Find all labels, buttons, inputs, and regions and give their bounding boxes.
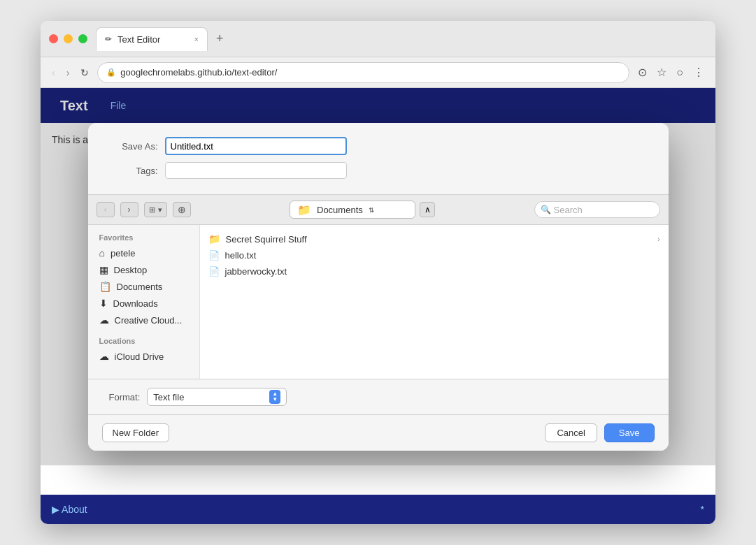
downloads-icon: ⬇: [99, 298, 108, 309]
forward-button[interactable]: ›: [64, 64, 73, 81]
dialog-overlay: Save As: Tags: ‹ › ⊞ ▾ ⊕: [41, 88, 715, 465]
save-as-label: Save As:: [109, 141, 158, 152]
creative-cloud-icon: ☁: [99, 314, 109, 326]
lock-icon: 🔒: [106, 68, 116, 77]
tags-label: Tags:: [109, 166, 158, 176]
search-icon: 🔍: [541, 205, 551, 215]
sidebar-item-petele[interactable]: ⌂ petele: [88, 245, 199, 261]
menu-button[interactable]: ⋮: [690, 63, 707, 82]
sidebar-item-documents-label: Documents: [117, 282, 163, 292]
format-value: Text file: [153, 392, 184, 402]
sidebar-item-documents[interactable]: 📋 Documents: [88, 278, 199, 295]
txt-file-icon: 📄: [208, 266, 220, 277]
dialog-footer: New Folder Cancel Save: [88, 414, 669, 451]
file-item-jabberwocky[interactable]: 📄 jabberwocky.txt: [200, 263, 669, 279]
format-label: Format:: [109, 392, 141, 402]
documents-icon: 📋: [99, 281, 111, 292]
tags-field: Tags:: [109, 162, 648, 179]
location-dropdown[interactable]: 📁 Documents ⇅: [290, 201, 415, 219]
url-text: googlechromelabs.github.io/text-editor/: [120, 67, 277, 78]
tab-icon: ✏: [105, 34, 112, 44]
search-box[interactable]: 🔍 Search: [534, 201, 660, 218]
address-bar: ‹ › ↻ 🔒 googlechromelabs.github.io/text-…: [41, 57, 715, 88]
expand-button[interactable]: ∧: [420, 202, 435, 217]
file-item-name: jabberwocky.txt: [225, 266, 287, 277]
new-folder-button[interactable]: New Folder: [102, 423, 169, 442]
location-selector: 📁 Documents ⇅ ∧: [197, 201, 529, 219]
back-button[interactable]: ‹: [49, 64, 58, 81]
sidebar-item-petele-label: petele: [110, 248, 135, 259]
txt-file-icon: 📄: [208, 250, 220, 261]
save-as-input[interactable]: [165, 137, 347, 155]
location-chevrons-icon: ⇅: [369, 206, 374, 214]
bookmark-button[interactable]: ☆: [654, 63, 669, 82]
dialog-format-bar: Format: Text file ▲ ▼: [88, 379, 669, 414]
file-sidebar: Favorites ⌂ petele ▦ Desktop 📋 Documents: [88, 225, 200, 379]
sidebar-item-downloads-label: Downloads: [113, 298, 158, 309]
browser-window: ✏ Text Editor × + ‹ › ↻ 🔒 googlechromela…: [41, 21, 715, 524]
view-grid-icon: ⊞: [149, 205, 155, 215]
tabs-area: ✏ Text Editor × +: [96, 27, 707, 51]
minimize-button[interactable]: [64, 34, 73, 43]
page-content: Text File This is a n Save As: Tags:: [41, 88, 715, 495]
save-as-field: Save As:: [109, 137, 648, 155]
sidebar-item-desktop[interactable]: ▦ Desktop: [88, 261, 199, 278]
toolbar-back-button[interactable]: ‹: [97, 202, 115, 217]
file-item-name: hello.txt: [225, 250, 257, 261]
tab-close-button[interactable]: ×: [194, 35, 199, 43]
refresh-button[interactable]: ↻: [78, 64, 92, 81]
spinner-down-icon: ▼: [272, 397, 278, 402]
save-dialog: Save As: Tags: ‹ › ⊞ ▾ ⊕: [88, 123, 669, 451]
url-bar[interactable]: 🔒 googlechromelabs.github.io/text-editor…: [97, 62, 629, 83]
view-toggle-button[interactable]: ⊞ ▾: [144, 202, 167, 217]
sidebar-item-icloud-label: iCloud Drive: [115, 351, 164, 362]
asterisk-indicator: *: [701, 504, 704, 515]
tags-input[interactable]: [165, 162, 347, 179]
profile-button[interactable]: ○: [673, 64, 686, 82]
sidebar-item-creative-cloud[interactable]: ☁ Creative Cloud...: [88, 312, 199, 328]
toolbar-forward-button[interactable]: ›: [120, 202, 138, 217]
maximize-button[interactable]: [78, 34, 87, 43]
close-button[interactable]: [49, 34, 58, 43]
account-icon-button[interactable]: ⊙: [635, 63, 650, 82]
dialog-toolbar: ‹ › ⊞ ▾ ⊕ 📁 Documents ⇅ ∧: [88, 194, 669, 225]
view-dropdown-icon: ▾: [158, 205, 162, 215]
search-placeholder-text: Search: [554, 205, 583, 215]
about-link[interactable]: ▶ About: [52, 504, 87, 515]
sidebar-item-creative-cloud-label: Creative Cloud...: [115, 315, 183, 326]
save-button[interactable]: Save: [604, 423, 655, 442]
sidebar-item-downloads[interactable]: ⬇ Downloads: [88, 295, 199, 312]
location-folder-icon: 📁: [297, 203, 311, 217]
locations-label: Locations: [88, 337, 199, 345]
tab-text-editor[interactable]: ✏ Text Editor ×: [96, 27, 208, 51]
file-item-secret-squirrel[interactable]: 📁 Secret Squirrel Stuff ›: [200, 231, 669, 247]
dialog-header: Save As: Tags:: [88, 123, 669, 194]
sidebar-item-desktop-label: Desktop: [114, 265, 148, 275]
browser-actions: ⊙ ☆ ○ ⋮: [635, 63, 707, 82]
file-item-hello[interactable]: 📄 hello.txt: [200, 247, 669, 263]
new-folder-small-button[interactable]: ⊕: [173, 202, 191, 217]
file-list: 📁 Secret Squirrel Stuff › 📄 hello.txt 📄 …: [200, 225, 669, 379]
icloud-icon: ☁: [99, 351, 109, 362]
format-spinner[interactable]: ▲ ▼: [269, 390, 280, 404]
title-bar: ✏ Text Editor × +: [41, 21, 715, 57]
file-item-name: Secret Squirrel Stuff: [226, 234, 307, 245]
sidebar-item-icloud[interactable]: ☁ iCloud Drive: [88, 348, 199, 365]
new-tab-button[interactable]: +: [211, 31, 229, 46]
cancel-button[interactable]: Cancel: [545, 423, 597, 442]
favorites-label: Favorites: [88, 233, 199, 242]
folder-icon: 📁: [208, 233, 220, 245]
footer-actions: Cancel Save: [545, 423, 654, 442]
home-icon: ⌂: [99, 247, 105, 259]
desktop-icon: ▦: [99, 264, 108, 275]
traffic-lights: [49, 34, 87, 43]
folder-arrow-icon: ›: [657, 235, 659, 243]
tab-title: Text Editor: [117, 34, 160, 45]
format-dropdown[interactable]: Text file ▲ ▼: [147, 388, 287, 406]
dialog-body: Favorites ⌂ petele ▦ Desktop 📋 Documents: [88, 225, 669, 379]
location-name: Documents: [317, 205, 363, 215]
bottom-bar: ▶ About *: [41, 495, 715, 524]
